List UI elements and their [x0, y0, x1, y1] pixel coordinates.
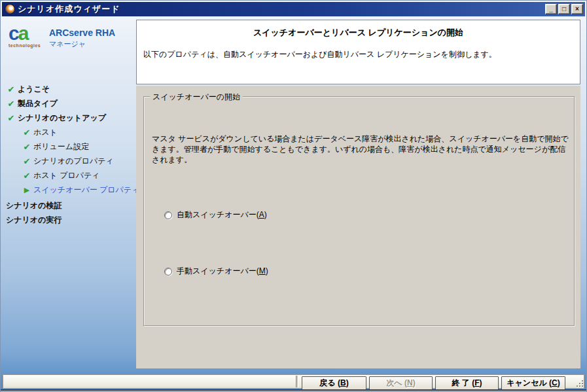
resize-grip[interactable] — [575, 379, 584, 388]
close-button[interactable]: × — [571, 4, 583, 14]
step-welcome: ✔ ようこそ — [5, 84, 50, 94]
statusbar-divider — [296, 376, 298, 387]
content-panel: スイッチオーバーの開始 マスタ サービスがダウンしている場合またはデータベース障… — [136, 86, 580, 368]
title-bar[interactable]: シナリオ作成ウィザード _ □ × — [2, 2, 585, 16]
logo-letter-a: a — [18, 22, 28, 44]
cancel-button[interactable]: キャンセル (C) — [501, 376, 565, 390]
check-icon: ✔ — [20, 156, 33, 166]
step-product-type: ✔ 製品タイプ — [5, 98, 58, 109]
maximize-button[interactable]: □ — [558, 4, 570, 14]
window-bottom-frame — [1, 391, 586, 391]
manual-switchover-label[interactable]: 手動スイッチオーバー(M) — [177, 266, 268, 277]
step-volume-settings: ✔ ボリューム設定 — [20, 141, 89, 152]
step-switchover-properties-current: ▶ スイッチオーバー プロパティ — [20, 185, 139, 195]
auto-switchover-radio[interactable] — [164, 211, 172, 219]
product-subtitle: マネージャ — [49, 39, 115, 49]
groupbox-title: スイッチオーバーの開始 — [150, 92, 243, 103]
auto-switchover-label[interactable]: 自動スイッチオーバー(A) — [177, 209, 267, 221]
window-title: シナリオ作成ウィザード — [18, 3, 120, 15]
step-scenario-setup: ✔ シナリオのセットアップ — [5, 113, 106, 123]
check-icon: ✔ — [5, 84, 18, 94]
next-button[interactable]: 次へ (N) — [369, 376, 433, 390]
check-icon: ✔ — [20, 128, 33, 137]
groupbox-description: マスタ サービスがダウンしている場合またはデータベース障害が検出された場合、スイ… — [152, 134, 569, 165]
logo-letter-c: c — [9, 22, 18, 44]
page-title: スイッチオーバーとリバース レプリケーションの開始 — [143, 27, 573, 39]
product-name: ARCserve RHA — [49, 27, 115, 38]
finish-button[interactable]: 終 了 (F) — [435, 376, 499, 390]
app-icon — [5, 4, 15, 14]
check-icon: ✔ — [5, 113, 18, 123]
logo-subtext: technologies — [9, 43, 43, 48]
check-icon: ✔ — [5, 99, 18, 109]
manual-switchover-radio-row[interactable]: 手動スイッチオーバー(M) — [164, 266, 268, 277]
minimize-button[interactable]: _ — [545, 4, 557, 14]
page-header: スイッチオーバーとリバース レプリケーションの開始 以下のプロパティは、自動スイ… — [136, 20, 580, 84]
step-scenario-verification: シナリオの検証 — [6, 200, 62, 211]
step-host: ✔ ホスト — [20, 127, 58, 137]
brand-block: ca technologies ARCserve RHA マネージャ — [9, 24, 115, 54]
current-step-arrow-icon: ▶ — [20, 186, 33, 194]
back-button[interactable]: 戻る (B) — [302, 376, 366, 390]
ca-logo: ca technologies — [9, 24, 43, 54]
step-host-properties: ✔ ホスト プロパティ — [20, 170, 100, 181]
wizard-window: シナリオ作成ウィザード _ □ × ca technologies ARCser… — [0, 0, 587, 392]
wizard-sidebar: ca technologies ARCserve RHA マネージャ ✔ ようこ… — [1, 17, 135, 369]
page-description: 以下のプロパティは、自動スイッチオーバーおよび自動リバース レプリケーションを制… — [143, 49, 573, 60]
check-icon: ✔ — [20, 142, 33, 152]
auto-switchover-radio-row[interactable]: 自動スイッチオーバー(A) — [164, 209, 267, 221]
check-icon: ✔ — [20, 171, 33, 181]
step-scenario-run: シナリオの実行 — [6, 215, 62, 225]
step-scenario-properties: ✔ シナリオのプロパティ — [20, 156, 114, 166]
manual-switchover-radio[interactable] — [164, 268, 172, 276]
switchover-groupbox: スイッチオーバーの開始 マスタ サービスがダウンしている場合またはデータベース障… — [143, 96, 575, 326]
